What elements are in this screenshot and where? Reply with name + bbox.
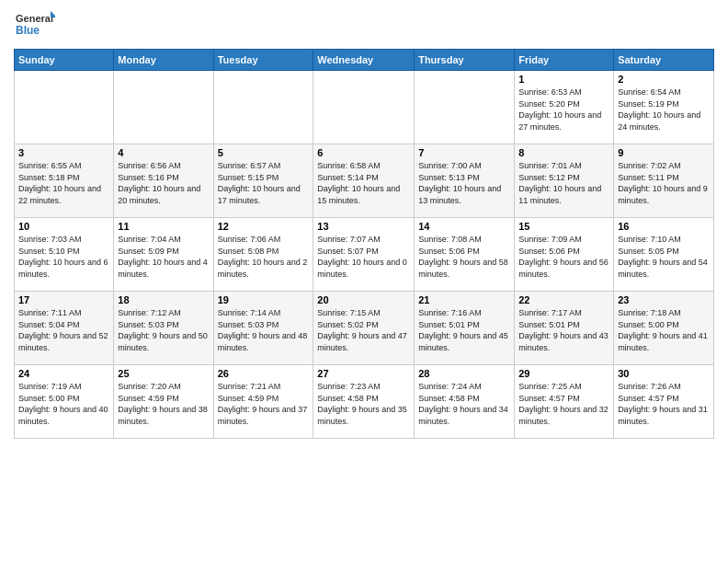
day-cell: 27Sunrise: 7:23 AM Sunset: 4:58 PM Dayli… — [313, 365, 415, 439]
week-row-4: 17Sunrise: 7:11 AM Sunset: 5:04 PM Dayli… — [15, 292, 714, 365]
day-cell — [213, 71, 313, 144]
day-header-saturday: Saturday — [614, 50, 714, 71]
day-info: Sunrise: 7:24 AM Sunset: 4:58 PM Dayligh… — [418, 381, 510, 427]
day-number: 13 — [317, 221, 410, 232]
day-cell: 26Sunrise: 7:21 AM Sunset: 4:59 PM Dayli… — [213, 365, 313, 439]
day-cell — [114, 71, 213, 144]
day-info: Sunrise: 7:11 AM Sunset: 5:04 PM Dayligh… — [18, 307, 109, 353]
day-cell: 10Sunrise: 7:03 AM Sunset: 5:10 PM Dayli… — [15, 218, 114, 292]
day-cell: 18Sunrise: 7:12 AM Sunset: 5:03 PM Dayli… — [114, 292, 213, 365]
logo: General Blue — [14, 9, 55, 41]
day-number: 3 — [18, 147, 109, 158]
day-info: Sunrise: 7:12 AM Sunset: 5:03 PM Dayligh… — [118, 307, 209, 353]
day-cell: 6Sunrise: 6:58 AM Sunset: 5:14 PM Daylig… — [313, 144, 415, 218]
day-number: 30 — [618, 368, 710, 379]
day-cell — [415, 71, 515, 144]
day-number: 8 — [518, 147, 609, 158]
day-info: Sunrise: 6:55 AM Sunset: 5:18 PM Dayligh… — [18, 160, 109, 206]
day-info: Sunrise: 7:26 AM Sunset: 4:57 PM Dayligh… — [618, 381, 710, 427]
day-number: 12 — [218, 221, 310, 232]
day-info: Sunrise: 6:54 AM Sunset: 5:19 PM Dayligh… — [618, 86, 710, 132]
day-number: 29 — [518, 368, 609, 379]
header: General Blue — [14, 9, 714, 41]
day-number: 6 — [317, 147, 410, 158]
week-row-3: 10Sunrise: 7:03 AM Sunset: 5:10 PM Dayli… — [15, 218, 714, 292]
day-cell: 21Sunrise: 7:16 AM Sunset: 5:01 PM Dayli… — [415, 292, 515, 365]
day-cell: 1Sunrise: 6:53 AM Sunset: 5:20 PM Daylig… — [515, 71, 614, 144]
day-number: 15 — [518, 221, 609, 232]
day-info: Sunrise: 7:18 AM Sunset: 5:00 PM Dayligh… — [618, 307, 710, 353]
day-header-thursday: Thursday — [415, 50, 515, 71]
day-info: Sunrise: 6:56 AM Sunset: 5:16 PM Dayligh… — [118, 160, 209, 206]
svg-text:General: General — [16, 13, 53, 24]
day-info: Sunrise: 7:20 AM Sunset: 4:59 PM Dayligh… — [118, 381, 209, 427]
day-cell: 28Sunrise: 7:24 AM Sunset: 4:58 PM Dayli… — [415, 365, 515, 439]
day-number: 5 — [218, 147, 310, 158]
day-number: 1 — [518, 74, 609, 85]
day-info: Sunrise: 7:15 AM Sunset: 5:02 PM Dayligh… — [317, 307, 410, 353]
day-cell: 3Sunrise: 6:55 AM Sunset: 5:18 PM Daylig… — [15, 144, 114, 218]
day-header-sunday: Sunday — [15, 50, 114, 71]
day-cell: 5Sunrise: 6:57 AM Sunset: 5:15 PM Daylig… — [213, 144, 313, 218]
day-info: Sunrise: 7:06 AM Sunset: 5:08 PM Dayligh… — [218, 234, 310, 280]
day-cell: 4Sunrise: 6:56 AM Sunset: 5:16 PM Daylig… — [114, 144, 213, 218]
day-number: 2 — [618, 74, 710, 85]
day-cell — [313, 71, 415, 144]
day-number: 25 — [118, 368, 209, 379]
day-number: 22 — [518, 294, 609, 305]
week-row-5: 24Sunrise: 7:19 AM Sunset: 5:00 PM Dayli… — [15, 365, 714, 439]
day-info: Sunrise: 7:16 AM Sunset: 5:01 PM Dayligh… — [418, 307, 510, 353]
day-info: Sunrise: 7:25 AM Sunset: 4:57 PM Dayligh… — [518, 381, 609, 427]
day-cell: 13Sunrise: 7:07 AM Sunset: 5:07 PM Dayli… — [313, 218, 415, 292]
day-header-wednesday: Wednesday — [313, 50, 415, 71]
day-number: 20 — [317, 294, 410, 305]
day-info: Sunrise: 7:23 AM Sunset: 4:58 PM Dayligh… — [317, 381, 410, 427]
day-info: Sunrise: 7:17 AM Sunset: 5:01 PM Dayligh… — [518, 307, 609, 353]
day-cell — [15, 71, 114, 144]
day-info: Sunrise: 7:00 AM Sunset: 5:13 PM Dayligh… — [418, 160, 510, 206]
day-cell: 7Sunrise: 7:00 AM Sunset: 5:13 PM Daylig… — [415, 144, 515, 218]
day-header-friday: Friday — [515, 50, 614, 71]
logo-svg: General Blue — [14, 9, 55, 41]
day-number: 26 — [218, 368, 310, 379]
day-number: 4 — [118, 147, 209, 158]
day-number: 17 — [18, 294, 109, 305]
day-cell: 19Sunrise: 7:14 AM Sunset: 5:03 PM Dayli… — [213, 292, 313, 365]
day-number: 18 — [118, 294, 209, 305]
calendar-table: SundayMondayTuesdayWednesdayThursdayFrid… — [14, 49, 714, 439]
day-cell: 2Sunrise: 6:54 AM Sunset: 5:19 PM Daylig… — [614, 71, 714, 144]
day-info: Sunrise: 7:01 AM Sunset: 5:12 PM Dayligh… — [518, 160, 609, 206]
day-info: Sunrise: 7:21 AM Sunset: 4:59 PM Dayligh… — [218, 381, 310, 427]
day-cell: 8Sunrise: 7:01 AM Sunset: 5:12 PM Daylig… — [515, 144, 614, 218]
day-info: Sunrise: 7:03 AM Sunset: 5:10 PM Dayligh… — [18, 234, 109, 280]
day-info: Sunrise: 7:14 AM Sunset: 5:03 PM Dayligh… — [218, 307, 310, 353]
day-cell: 22Sunrise: 7:17 AM Sunset: 5:01 PM Dayli… — [515, 292, 614, 365]
day-number: 9 — [618, 147, 710, 158]
day-cell: 16Sunrise: 7:10 AM Sunset: 5:05 PM Dayli… — [614, 218, 714, 292]
day-cell: 15Sunrise: 7:09 AM Sunset: 5:06 PM Dayli… — [515, 218, 614, 292]
day-info: Sunrise: 6:53 AM Sunset: 5:20 PM Dayligh… — [518, 86, 609, 132]
svg-text:Blue: Blue — [16, 24, 40, 37]
week-row-2: 3Sunrise: 6:55 AM Sunset: 5:18 PM Daylig… — [15, 144, 714, 218]
day-cell: 29Sunrise: 7:25 AM Sunset: 4:57 PM Dayli… — [515, 365, 614, 439]
day-info: Sunrise: 6:57 AM Sunset: 5:15 PM Dayligh… — [218, 160, 310, 206]
day-info: Sunrise: 7:09 AM Sunset: 5:06 PM Dayligh… — [518, 234, 609, 280]
day-cell: 17Sunrise: 7:11 AM Sunset: 5:04 PM Dayli… — [15, 292, 114, 365]
day-cell: 30Sunrise: 7:26 AM Sunset: 4:57 PM Dayli… — [614, 365, 714, 439]
day-number: 23 — [618, 294, 710, 305]
day-number: 14 — [418, 221, 510, 232]
day-number: 28 — [418, 368, 510, 379]
day-info: Sunrise: 7:04 AM Sunset: 5:09 PM Dayligh… — [118, 234, 209, 280]
day-header-monday: Monday — [114, 50, 213, 71]
day-cell: 25Sunrise: 7:20 AM Sunset: 4:59 PM Dayli… — [114, 365, 213, 439]
day-cell: 24Sunrise: 7:19 AM Sunset: 5:00 PM Dayli… — [15, 365, 114, 439]
day-info: Sunrise: 7:19 AM Sunset: 5:00 PM Dayligh… — [18, 381, 109, 427]
day-number: 21 — [418, 294, 510, 305]
day-info: Sunrise: 7:08 AM Sunset: 5:06 PM Dayligh… — [418, 234, 510, 280]
day-number: 27 — [317, 368, 410, 379]
day-cell: 20Sunrise: 7:15 AM Sunset: 5:02 PM Dayli… — [313, 292, 415, 365]
day-cell: 9Sunrise: 7:02 AM Sunset: 5:11 PM Daylig… — [614, 144, 714, 218]
day-info: Sunrise: 6:58 AM Sunset: 5:14 PM Dayligh… — [317, 160, 410, 206]
calendar-header-row: SundayMondayTuesdayWednesdayThursdayFrid… — [15, 50, 714, 71]
day-number: 11 — [118, 221, 209, 232]
